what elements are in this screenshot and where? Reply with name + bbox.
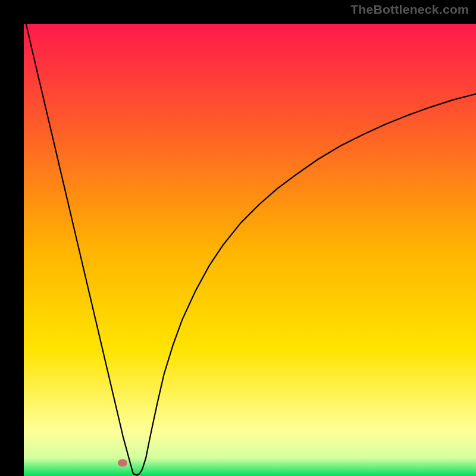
- optimum-marker: [118, 459, 127, 466]
- chart-canvas: [24, 24, 476, 476]
- site-watermark: TheBottleneck.com: [350, 2, 469, 17]
- gradient-background: [24, 24, 476, 476]
- outer-black-frame: [12, 12, 464, 464]
